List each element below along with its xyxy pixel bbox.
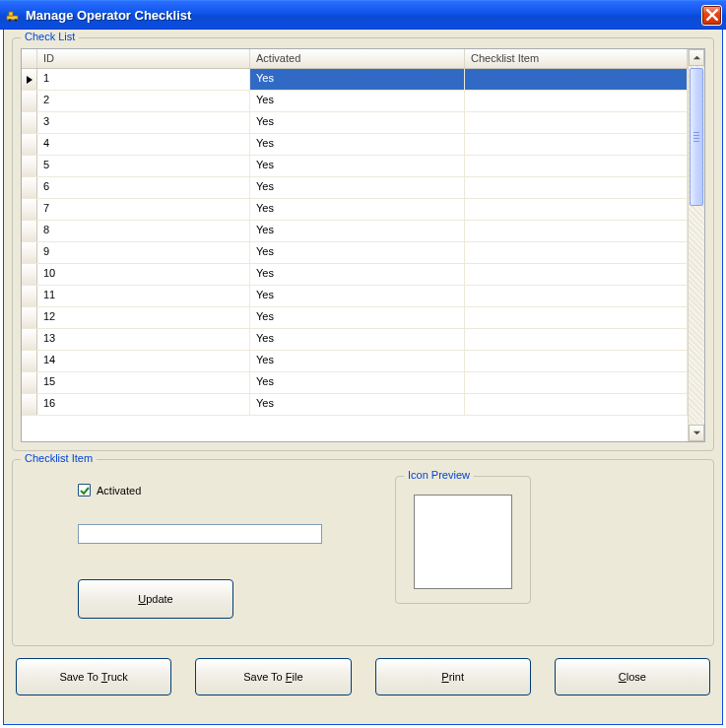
- cell-id[interactable]: 5: [37, 156, 250, 176]
- row-handle[interactable]: [22, 372, 37, 393]
- cell-activated[interactable]: Yes: [250, 199, 465, 220]
- cell-checklist-item[interactable]: [465, 329, 688, 350]
- row-handle[interactable]: [22, 199, 37, 220]
- checklist-grid[interactable]: ID Activated Checklist Item 1Yes2Yes3Yes…: [21, 48, 705, 442]
- cell-id[interactable]: 12: [37, 307, 250, 328]
- cell-id[interactable]: 11: [37, 286, 250, 306]
- row-handle[interactable]: [22, 221, 37, 241]
- cell-checklist-item[interactable]: [465, 69, 688, 90]
- column-header-checklist-item[interactable]: Checklist Item: [465, 49, 688, 68]
- row-handle[interactable]: [22, 177, 37, 198]
- cell-id[interactable]: 16: [37, 394, 250, 415]
- cell-activated[interactable]: Yes: [250, 177, 465, 198]
- cell-id[interactable]: 14: [37, 351, 250, 371]
- row-handle[interactable]: [22, 351, 37, 371]
- cell-checklist-item[interactable]: [465, 91, 688, 111]
- table-row[interactable]: 6Yes: [22, 177, 688, 199]
- cell-id[interactable]: 8: [37, 221, 250, 241]
- cell-activated[interactable]: Yes: [250, 329, 465, 350]
- cell-id[interactable]: 9: [37, 242, 250, 263]
- table-row[interactable]: 2Yes: [22, 91, 688, 112]
- cell-id[interactable]: 3: [37, 112, 250, 133]
- table-row[interactable]: 14Yes: [22, 351, 688, 372]
- table-row[interactable]: 3Yes: [22, 112, 688, 134]
- cell-activated[interactable]: Yes: [250, 221, 465, 241]
- row-handle[interactable]: [22, 112, 37, 133]
- scroll-track[interactable]: [689, 66, 704, 425]
- cell-activated[interactable]: Yes: [250, 351, 465, 371]
- cell-checklist-item[interactable]: [465, 242, 688, 263]
- row-handle[interactable]: [22, 91, 37, 111]
- row-handle[interactable]: [22, 264, 37, 285]
- cell-activated[interactable]: Yes: [250, 134, 465, 155]
- cell-activated[interactable]: Yes: [250, 242, 465, 263]
- cell-checklist-item[interactable]: [465, 112, 688, 133]
- scroll-thumb[interactable]: [690, 68, 703, 206]
- print-button[interactable]: Print: [375, 658, 531, 695]
- table-row[interactable]: 4Yes: [22, 134, 688, 156]
- save-to-file-button[interactable]: Save To File: [195, 658, 351, 695]
- cell-id[interactable]: 4: [37, 134, 250, 155]
- cell-id[interactable]: 2: [37, 91, 250, 111]
- column-header-id[interactable]: ID: [37, 49, 250, 68]
- cell-checklist-item[interactable]: [465, 156, 688, 176]
- cell-id[interactable]: 13: [37, 329, 250, 350]
- activated-checkbox[interactable]: [78, 484, 91, 496]
- cell-activated[interactable]: Yes: [250, 394, 465, 415]
- table-row[interactable]: 9Yes: [22, 242, 688, 264]
- cell-activated[interactable]: Yes: [250, 156, 465, 176]
- scroll-down-button[interactable]: [689, 425, 704, 441]
- cell-activated[interactable]: Yes: [250, 91, 465, 111]
- update-button[interactable]: Update: [78, 579, 233, 619]
- cell-checklist-item[interactable]: [465, 394, 688, 415]
- scroll-up-button[interactable]: [689, 49, 704, 66]
- column-header-activated[interactable]: Activated: [250, 49, 465, 68]
- grid-vertical-scrollbar[interactable]: [688, 49, 704, 441]
- check-icon: [80, 486, 90, 496]
- close-window-button[interactable]: [701, 5, 722, 26]
- cell-checklist-item[interactable]: [465, 264, 688, 285]
- table-row[interactable]: 11Yes: [22, 286, 688, 307]
- cell-checklist-item[interactable]: [465, 372, 688, 393]
- cell-id[interactable]: 15: [37, 372, 250, 393]
- row-handle[interactable]: [22, 394, 37, 415]
- cell-checklist-item[interactable]: [465, 177, 688, 198]
- table-row[interactable]: 5Yes: [22, 156, 688, 177]
- cell-activated[interactable]: Yes: [250, 307, 465, 328]
- checklist-item-input[interactable]: [78, 524, 322, 544]
- cell-checklist-item[interactable]: [465, 351, 688, 371]
- close-button[interactable]: Close: [555, 658, 710, 695]
- table-row[interactable]: 12Yes: [22, 307, 688, 329]
- cell-id[interactable]: 10: [37, 264, 250, 285]
- cell-id[interactable]: 1: [37, 69, 250, 90]
- table-row[interactable]: 1Yes: [22, 69, 688, 91]
- row-handle[interactable]: [22, 156, 37, 176]
- row-handle[interactable]: [22, 134, 37, 155]
- cell-activated[interactable]: Yes: [250, 372, 465, 393]
- table-row[interactable]: 7Yes: [22, 199, 688, 221]
- cell-id[interactable]: 7: [37, 199, 250, 220]
- cell-checklist-item[interactable]: [465, 221, 688, 241]
- row-handle[interactable]: [22, 69, 37, 90]
- save-to-truck-button[interactable]: Save To Truck: [16, 658, 171, 695]
- cell-checklist-item[interactable]: [465, 307, 688, 328]
- icon-preview-label: Icon Preview: [404, 469, 474, 481]
- cell-checklist-item[interactable]: [465, 286, 688, 306]
- table-row[interactable]: 8Yes: [22, 221, 688, 242]
- cell-activated[interactable]: Yes: [250, 264, 465, 285]
- row-handle[interactable]: [22, 307, 37, 328]
- cell-activated[interactable]: Yes: [250, 69, 465, 90]
- row-handle[interactable]: [22, 286, 37, 306]
- row-handle[interactable]: [22, 329, 37, 350]
- table-row[interactable]: 16Yes: [22, 394, 688, 416]
- row-handle[interactable]: [22, 242, 37, 263]
- cell-activated[interactable]: Yes: [250, 112, 465, 133]
- row-selector-header[interactable]: [22, 49, 37, 68]
- cell-activated[interactable]: Yes: [250, 286, 465, 306]
- table-row[interactable]: 13Yes: [22, 329, 688, 351]
- cell-id[interactable]: 6: [37, 177, 250, 198]
- table-row[interactable]: 10Yes: [22, 264, 688, 286]
- table-row[interactable]: 15Yes: [22, 372, 688, 394]
- cell-checklist-item[interactable]: [465, 199, 688, 220]
- cell-checklist-item[interactable]: [465, 134, 688, 155]
